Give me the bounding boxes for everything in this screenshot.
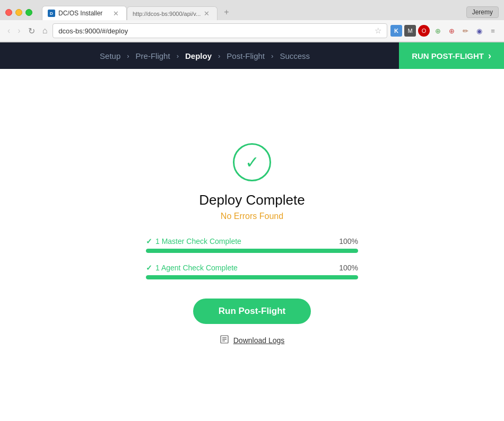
forward-button[interactable]: › xyxy=(15,25,22,37)
download-logs-label: Download Logs xyxy=(233,336,285,345)
master-check-text: 1 Master Check Complete xyxy=(155,237,241,245)
nav-step-setup[interactable]: Setup xyxy=(100,51,120,60)
master-check-percent: 100% xyxy=(339,237,358,245)
agent-check-icon: ✓ xyxy=(146,264,152,272)
addon-5-icon[interactable]: ≡ xyxy=(487,25,499,37)
address-bar[interactable]: dcos-bs:9000/#/deploy ☆ xyxy=(53,23,387,38)
browser-chrome: D DC/OS Installer ✕ http://dcos-bs:9000/… xyxy=(0,0,504,42)
new-tab-button[interactable]: + xyxy=(218,4,235,20)
master-progress-bar-fill xyxy=(146,249,358,253)
nav-step-preflight-label: Pre-Flight xyxy=(136,51,170,60)
addon-1-icon[interactable]: ⊕ xyxy=(432,25,444,37)
bookmark-icon[interactable]: ☆ xyxy=(375,26,381,36)
nav-step-setup-label: Setup xyxy=(100,51,120,60)
extensions-icon[interactable]: K xyxy=(390,25,402,37)
main-content: ✓ Deploy Complete No Errors Found ✓ 1 Ma… xyxy=(0,69,504,420)
nav-arrow-3: › xyxy=(218,52,220,60)
second-tab-close[interactable]: ✕ xyxy=(204,10,210,17)
nav-arrow-4: › xyxy=(271,52,273,60)
agent-check-percent: 100% xyxy=(339,264,358,272)
active-tab[interactable]: D DC/OS Installer ✕ xyxy=(42,6,127,20)
master-check-header: ✓ 1 Master Check Complete 100% xyxy=(146,237,358,245)
master-progress-bar-bg xyxy=(146,249,358,253)
mail-icon[interactable]: M xyxy=(404,25,416,37)
traffic-lights xyxy=(5,9,32,16)
app: Setup › Pre-Flight › Deploy › Post-Fligh… xyxy=(0,42,504,420)
reload-button[interactable]: ↻ xyxy=(26,25,37,37)
run-post-flight-header-button[interactable]: RUN POST-FLIGHT › xyxy=(399,42,504,69)
master-check-icon: ✓ xyxy=(146,237,152,245)
run-post-flight-main-button[interactable]: Run Post-Flight xyxy=(193,299,311,324)
nav-step-postflight[interactable]: Post-Flight xyxy=(227,51,265,60)
agent-check-text: 1 Agent Check Complete xyxy=(155,264,238,272)
nav-step-deploy-label: Deploy xyxy=(185,51,212,60)
master-check-item: ✓ 1 Master Check Complete 100% xyxy=(146,237,358,253)
agent-check-header: ✓ 1 Agent Check Complete 100% xyxy=(146,264,358,272)
success-icon: ✓ xyxy=(233,143,271,181)
run-post-flight-arrow-icon: › xyxy=(488,50,491,62)
run-post-flight-header-label: RUN POST-FLIGHT xyxy=(412,51,484,60)
agent-progress-bar-bg xyxy=(146,275,358,279)
nav-arrow-2: › xyxy=(177,52,179,60)
tabs-bar: D DC/OS Installer ✕ http://dcos-bs:9000/… xyxy=(42,4,462,20)
nav-step-deploy[interactable]: Deploy xyxy=(185,51,212,60)
tab-label: DC/OS Installer xyxy=(58,10,102,17)
user-badge: Jeremy xyxy=(466,6,499,18)
nav-step-success-label: Success xyxy=(280,51,310,60)
agent-progress-bar-fill xyxy=(146,275,358,279)
tab-favicon: D xyxy=(48,10,55,17)
nav-icons: K M O ⊕ ⊕ ✏ ◉ ≡ xyxy=(390,25,499,37)
minimize-window-button[interactable] xyxy=(15,9,22,16)
close-window-button[interactable] xyxy=(5,9,12,16)
run-post-flight-main-label: Run Post-Flight xyxy=(219,306,286,316)
tab-close-button[interactable]: ✕ xyxy=(113,10,119,17)
checks-container: ✓ 1 Master Check Complete 100% ✓ 1 Agent… xyxy=(146,237,358,279)
agent-check-label: ✓ 1 Agent Check Complete xyxy=(146,264,238,272)
nav-step-success[interactable]: Success xyxy=(280,51,310,60)
agent-check-item: ✓ 1 Agent Check Complete 100% xyxy=(146,264,358,279)
download-logs-icon xyxy=(220,335,229,346)
deploy-title: Deploy Complete xyxy=(199,192,305,208)
top-nav: Setup › Pre-Flight › Deploy › Post-Fligh… xyxy=(0,42,504,69)
addon-2-icon[interactable]: ⊕ xyxy=(446,25,457,37)
back-button[interactable]: ‹ xyxy=(5,25,12,37)
master-check-label: ✓ 1 Master Check Complete xyxy=(146,237,241,245)
tab-url-label: http://dcos-bs:9000/api/v... xyxy=(133,11,201,17)
nav-step-postflight-label: Post-Flight xyxy=(227,51,265,60)
maximize-window-button[interactable] xyxy=(25,9,32,16)
home-button[interactable]: ⌂ xyxy=(40,25,50,37)
nav-arrow-1: › xyxy=(127,52,129,60)
download-logs-link[interactable]: Download Logs xyxy=(220,335,285,346)
no-errors-text: No Errors Found xyxy=(221,212,283,221)
nav-steps: Setup › Pre-Flight › Deploy › Post-Fligh… xyxy=(0,51,399,60)
addon-3-icon[interactable]: ✏ xyxy=(459,25,471,37)
addon-4-icon[interactable]: ◉ xyxy=(473,25,485,37)
opera-icon[interactable]: O xyxy=(418,25,430,37)
title-bar: D DC/OS Installer ✕ http://dcos-bs:9000/… xyxy=(0,0,504,20)
checkmark-icon: ✓ xyxy=(245,152,259,172)
nav-bar: ‹ › ↻ ⌂ dcos-bs:9000/#/deploy ☆ K M O ⊕ … xyxy=(0,20,504,42)
address-text: dcos-bs:9000/#/deploy xyxy=(58,27,371,35)
nav-step-preflight[interactable]: Pre-Flight xyxy=(136,51,170,60)
second-tab[interactable]: http://dcos-bs:9000/api/v... ✕ xyxy=(127,6,218,20)
